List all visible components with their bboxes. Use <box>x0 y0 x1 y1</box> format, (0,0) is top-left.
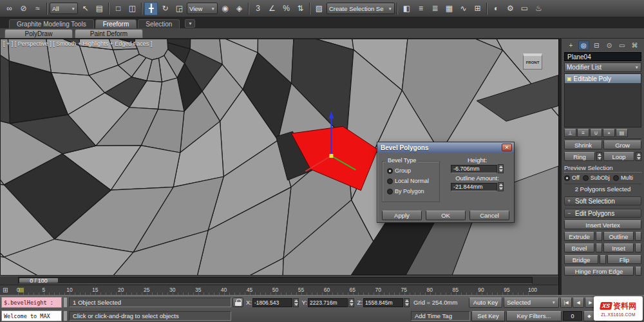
track-bar[interactable]: ⊞ 05101520253035404550556065707580859095… <box>0 285 558 295</box>
unlink-selection-icon[interactable]: ⊘ <box>17 2 30 15</box>
utilities-tab-icon[interactable]: ⌘ <box>629 41 640 50</box>
snap-toggle-icon[interactable]: 3 <box>251 2 265 15</box>
add-time-tag-field[interactable]: Add Time Tag <box>411 311 470 321</box>
hierarchy-tab-icon[interactable]: ⊟ <box>591 41 602 50</box>
selection-lock-toggle[interactable] <box>232 298 243 307</box>
rollout-soft-selection[interactable]: + Soft Selection <box>564 196 641 205</box>
apply-button[interactable]: Apply <box>382 211 422 220</box>
coordinate-y[interactable]: Y: 2223.716m <box>300 298 354 307</box>
select-and-rotate-icon[interactable]: ↻ <box>158 2 172 15</box>
selection-region-icon[interactable]: □ <box>111 2 125 15</box>
select-and-scale-icon[interactable]: ◲ <box>173 2 186 15</box>
dialog-close-button[interactable]: × <box>502 144 512 151</box>
height-field[interactable]: -6.706mm <box>451 165 497 173</box>
listener-scrollbar[interactable] <box>63 297 68 308</box>
loop-button[interactable]: Loop <box>603 152 634 161</box>
schematic-view-icon[interactable]: ⊞ <box>471 2 484 15</box>
cancel-button[interactable]: Cancel <box>469 211 509 220</box>
use-center-icon[interactable]: ◉ <box>218 2 232 15</box>
loop-spinner[interactable] <box>636 152 641 161</box>
curve-editor-icon[interactable]: ∿ <box>457 2 470 15</box>
ribbon-minimize-button[interactable]: ▼ <box>185 19 195 28</box>
ring-button[interactable]: Ring <box>564 152 595 161</box>
outline-button[interactable]: Outline <box>603 232 634 241</box>
select-and-manipulate-icon[interactable]: ◈ <box>232 2 246 15</box>
bevel-button[interactable]: Bevel <box>564 243 594 252</box>
time-slider-handle[interactable]: 0 / 100 <box>19 278 59 283</box>
align-icon[interactable]: ≡ <box>414 2 428 15</box>
window-crossing-icon[interactable]: ◫ <box>126 2 139 15</box>
track-bar-options-icon[interactable]: ⊞ <box>3 287 8 294</box>
previous-frame-button[interactable]: ◀ <box>573 298 584 308</box>
time-slider-track[interactable]: 0 / 100 <box>18 277 533 284</box>
tab-freeform[interactable]: Freeform <box>95 19 137 28</box>
group-radio[interactable]: Group <box>387 167 435 174</box>
maxscript-mini-listener-output-line[interactable]: Welcome to MAX <box>1 310 62 321</box>
spinner-snap-icon[interactable]: ⇅ <box>294 2 307 15</box>
bind-to-spacewarp-icon[interactable]: ≈ <box>31 2 44 15</box>
go-to-start-button[interactable]: |◀ <box>560 298 572 308</box>
render-production-icon[interactable]: ♨ <box>532 2 545 15</box>
ok-button[interactable]: OK <box>426 211 466 220</box>
display-tab-icon[interactable]: ▭ <box>616 41 627 50</box>
render-setup-icon[interactable]: ⚙ <box>504 2 517 15</box>
outline-spinner[interactable] <box>498 182 504 191</box>
x-value-field[interactable]: -1806.543 <box>252 298 292 307</box>
motion-tab-icon[interactable]: ⊙ <box>603 41 614 50</box>
time-slider[interactable]: 0 / 100 <box>0 276 558 285</box>
select-object-icon[interactable]: ↖ <box>79 2 92 15</box>
material-editor-icon[interactable]: ◐ <box>489 2 503 15</box>
hinge-from-edge-button[interactable]: Hinge From Edge <box>564 267 634 276</box>
selection-filter-dropdown[interactable]: All▼ <box>50 3 78 14</box>
visibility-bulb-icon[interactable]: ▣ <box>567 76 572 82</box>
percent-snap-icon[interactable]: % <box>279 2 293 15</box>
layer-manager-icon[interactable]: ≣ <box>428 2 442 15</box>
preview-subobj-radio[interactable]: SubObj <box>583 175 610 181</box>
maxscript-mini-listener-macro-line[interactable]: $.bevelHeight : <box>1 297 62 308</box>
coordinate-x[interactable]: X: -1806.543 <box>245 298 299 307</box>
viewport-label[interactable]: [ + ] [ Perspective ] [ Smooth + Highlig… <box>3 41 152 47</box>
insert-vertex-button[interactable]: Insert Vertex <box>564 220 641 229</box>
remove-modifier-icon[interactable]: × <box>603 129 615 137</box>
z-spinner[interactable] <box>404 298 410 307</box>
tab-graphite-modeling-tools[interactable]: Graphite Modeling Tools <box>9 19 94 28</box>
configure-sets-icon[interactable]: ▤ <box>616 129 628 137</box>
outline-settings-button[interactable] <box>635 232 641 241</box>
by-polygon-radio[interactable]: By Polygon <box>387 188 435 194</box>
viewcube-front-face[interactable]: FRONT <box>526 61 540 64</box>
set-key-button[interactable]: Set Key <box>471 311 505 321</box>
coordinate-z[interactable]: Z: 1558.845m <box>355 298 410 307</box>
modifier-stack[interactable]: ▣ Editable Poly <box>564 73 641 128</box>
make-unique-icon[interactable]: ∪ <box>590 129 602 137</box>
flip-button[interactable]: Flip <box>607 255 641 264</box>
viewcube[interactable]: FRONT <box>523 53 542 70</box>
select-and-link-icon[interactable]: ∞ <box>3 2 16 15</box>
selection-set-dropdown[interactable]: Create Selection Se▼ <box>327 3 395 14</box>
angle-snap-icon[interactable]: ∠ <box>265 2 279 15</box>
bridge-settings-button[interactable] <box>600 255 606 264</box>
rendered-frame-icon[interactable]: ▭ <box>518 2 531 15</box>
current-frame-field[interactable]: 0 <box>563 311 582 321</box>
shrink-button[interactable]: Shrink <box>564 140 602 149</box>
key-filters-button[interactable]: Key Filters... <box>506 311 562 321</box>
y-value-field[interactable]: 2223.716m <box>308 298 348 307</box>
mirror-icon[interactable]: ◧ <box>400 2 413 15</box>
ring-spinner[interactable] <box>596 152 602 161</box>
object-name-field[interactable]: Plane04 <box>564 52 641 61</box>
extrude-button[interactable]: Extrude <box>564 232 594 241</box>
tab-polydraw[interactable]: PolyDraw <box>5 29 73 38</box>
edit-named-selections-icon[interactable]: ▧ <box>312 2 326 15</box>
x-spinner[interactable] <box>293 298 299 307</box>
auto-key-button[interactable]: Auto Key <box>469 298 502 308</box>
stack-item-editable-poly[interactable]: ▣ Editable Poly <box>565 74 641 83</box>
select-and-move-icon[interactable]: ╋ <box>144 2 158 15</box>
grow-button[interactable]: Grow <box>603 140 641 149</box>
listener-scrollbar[interactable] <box>63 310 68 321</box>
inset-settings-button[interactable] <box>635 243 641 252</box>
tab-selection[interactable]: Selection <box>138 19 180 28</box>
tab-paint-deform[interactable]: Paint Deform <box>75 29 143 38</box>
z-value-field[interactable]: 1558.845m <box>363 298 403 307</box>
reference-coordinate-dropdown[interactable]: View▼ <box>187 3 218 14</box>
modifier-list-dropdown[interactable]: Modifier List ▼ <box>564 62 641 72</box>
hinge-settings-button[interactable] <box>635 267 641 276</box>
